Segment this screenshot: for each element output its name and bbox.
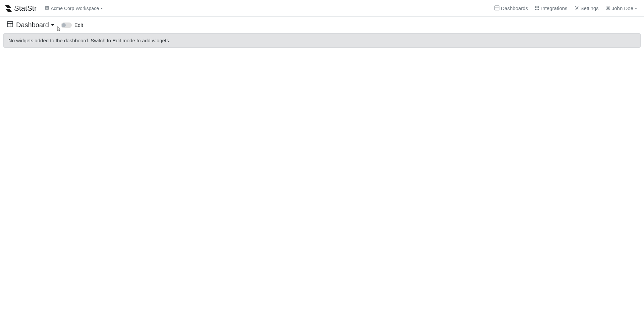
nav-user-dropdown[interactable]: John Doe [603, 3, 640, 13]
grid-icon [535, 5, 540, 11]
svg-rect-18 [535, 9, 536, 10]
nav-integrations[interactable]: Integrations [532, 3, 570, 13]
nav-dashboards[interactable]: Dashboards [492, 3, 531, 13]
empty-state-message: No widgets added to the dashboard. Switc… [3, 33, 641, 48]
svg-rect-17 [538, 7, 539, 8]
svg-point-23 [607, 6, 608, 8]
svg-marker-1 [5, 9, 12, 12]
navbar-right: Dashboards Integrations [492, 3, 640, 13]
svg-rect-15 [535, 7, 536, 8]
svg-rect-20 [538, 9, 539, 10]
nav-user-label: John Doe [612, 5, 633, 11]
layout-icon [7, 21, 13, 29]
brand-name: StatStr [14, 4, 37, 13]
svg-rect-16 [537, 7, 538, 8]
svg-rect-14 [538, 5, 539, 6]
dashboard-selector-dropdown[interactable]: Dashboard [7, 21, 54, 29]
toggle-knob [62, 23, 66, 27]
user-icon [605, 5, 610, 11]
dashboard-content: No widgets added to the dashboard. Switc… [0, 33, 644, 48]
brand-logo[interactable]: StatStr [4, 4, 37, 13]
building-icon [45, 5, 49, 11]
workspace-dropdown[interactable]: Acme Corp Workspace [42, 4, 106, 12]
svg-rect-12 [535, 5, 536, 6]
svg-rect-2 [46, 6, 49, 10]
svg-marker-0 [5, 5, 11, 8]
workspace-label: Acme Corp Workspace [51, 6, 99, 11]
logo-icon [4, 4, 13, 13]
nav-integrations-label: Integrations [541, 5, 567, 11]
dashboard-selector-label: Dashboard [16, 21, 49, 29]
svg-rect-13 [537, 5, 538, 6]
nav-settings-label: Settings [581, 5, 599, 11]
svg-rect-19 [537, 9, 538, 10]
empty-state-text: No widgets added to the dashboard. Switc… [8, 38, 170, 43]
nav-dashboards-label: Dashboards [501, 5, 528, 11]
toggle-switch [61, 22, 72, 28]
dashboard-icon [494, 5, 499, 11]
caret-down-icon [635, 8, 637, 9]
caret-down-icon [100, 8, 103, 9]
nav-settings[interactable]: Settings [572, 3, 601, 13]
top-navbar: StatStr Acme Corp Workspace [0, 0, 644, 17]
edit-toggle-label: Edit [74, 22, 83, 28]
caret-down-icon [51, 24, 54, 26]
svg-point-21 [576, 7, 578, 9]
edit-mode-toggle[interactable]: Edit [61, 22, 83, 28]
dashboard-toolbar: Dashboard Edit [0, 17, 644, 33]
gear-icon [574, 5, 579, 11]
